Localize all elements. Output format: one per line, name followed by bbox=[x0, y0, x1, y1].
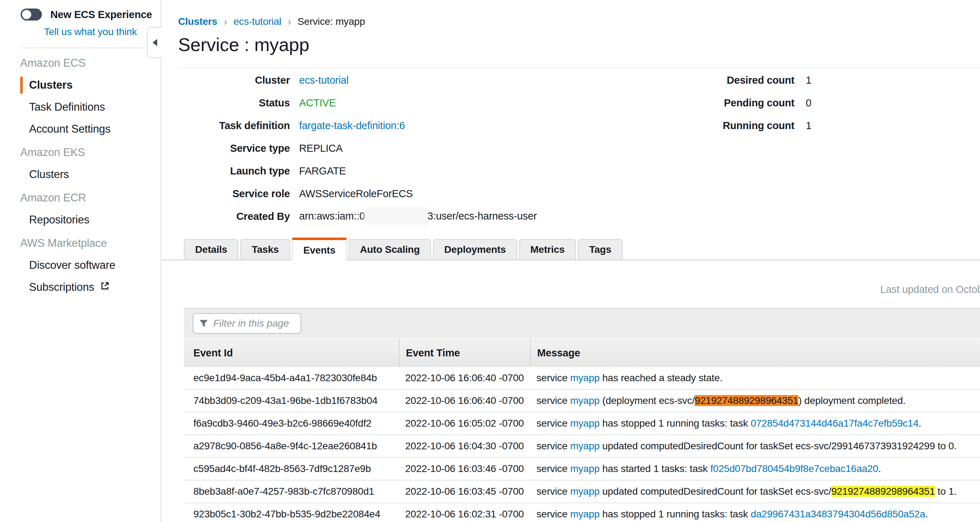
detail-value-service-type: REPLICA bbox=[299, 143, 343, 154]
sidebar-item-label: Clusters bbox=[29, 79, 72, 92]
message-text: service bbox=[536, 463, 570, 474]
message-link[interactable]: myapp bbox=[570, 509, 600, 519]
message-text: has stopped 1 running tasks: task bbox=[600, 509, 751, 519]
event-id-cell: c595ad4c-bf4f-482b-8563-7df9c1287e9b bbox=[184, 463, 399, 474]
detail-label: Status bbox=[178, 97, 290, 109]
event-time-cell: 2022-10-06 16:06:40 -0700 bbox=[399, 395, 530, 406]
message-link[interactable]: 072854d473144d46a17fa4c7efb59c14 bbox=[751, 418, 919, 429]
detail-label: Launch type bbox=[178, 165, 290, 177]
toggle-knob bbox=[22, 10, 31, 19]
detail-label: Service type bbox=[178, 143, 290, 154]
sidebar-item-task-definitions[interactable]: Task Definitions bbox=[29, 98, 161, 116]
event-id-cell: a2978c90-0856-4a8e-9f4c-12eae260841b bbox=[184, 440, 399, 452]
message-link[interactable]: myapp bbox=[570, 440, 600, 451]
search-highlight: 9219274889298964351 bbox=[831, 486, 935, 497]
table-row: 8beb3a8f-a0e7-4257-983b-c7fc870980d12022… bbox=[184, 481, 980, 503]
message-text: ) deployment completed. bbox=[798, 395, 905, 406]
tab-auto-scaling[interactable]: Auto Scaling bbox=[348, 239, 431, 260]
service-details: Clusterecs-tutorialStatusACTIVETask defi… bbox=[178, 69, 537, 228]
breadcrumb-item-ecs-tutorial[interactable]: ecs-tutorial bbox=[234, 16, 282, 27]
event-message-cell: service myapp updated computedDesiredCou… bbox=[530, 486, 980, 497]
sidebar-item-label: Clusters bbox=[29, 168, 69, 181]
service-counts: Desired count1Pending count0Running coun… bbox=[719, 69, 811, 137]
sidebar-item-clusters[interactable]: Clusters bbox=[20, 76, 161, 94]
event-time-cell: 2022-10-06 16:02:31 -0700 bbox=[399, 509, 530, 520]
message-text: has reached a steady state. bbox=[600, 372, 722, 383]
event-time-cell: 2022-10-06 16:06:40 -0700 bbox=[399, 372, 530, 384]
feedback-link[interactable]: Tell us what you think bbox=[44, 26, 137, 38]
message-link[interactable]: myapp bbox=[570, 486, 600, 497]
event-message-cell: service myapp has stopped 1 running task… bbox=[530, 418, 980, 429]
detail-value-status: ACTIVE bbox=[299, 97, 336, 109]
tab-details[interactable]: Details bbox=[184, 239, 239, 260]
tab-tasks[interactable]: Tasks bbox=[240, 239, 290, 260]
message-link[interactable]: da29967431a3483794304d56d850a52a bbox=[751, 509, 925, 519]
message-text: . bbox=[925, 509, 928, 519]
new-ecs-experience-label: New ECS Experience bbox=[50, 9, 152, 21]
detail-row-service-type: Service typeREPLICA bbox=[178, 137, 537, 160]
detail-row-cluster: Clusterecs-tutorial bbox=[178, 69, 537, 92]
external-link-icon bbox=[100, 281, 110, 294]
tab-tags[interactable]: Tags bbox=[578, 239, 622, 260]
message-text: updated computedDesiredCount for taskSet… bbox=[600, 486, 831, 497]
sidebar-item-discover-software[interactable]: Discover software bbox=[29, 257, 161, 274]
new-ecs-experience-row: New ECS Experience bbox=[21, 8, 161, 21]
message-text: . bbox=[919, 418, 921, 429]
message-link[interactable]: myapp bbox=[570, 418, 600, 429]
title-divider bbox=[178, 67, 980, 68]
filter-funnel-icon bbox=[199, 319, 208, 328]
detail-value-service-role: AWSServiceRoleForECS bbox=[299, 188, 413, 200]
detail-value-task-definition[interactable]: fargate-task-definition:6 bbox=[299, 120, 405, 132]
detail-label: Pending count bbox=[719, 97, 794, 109]
sidebar-collapse-button[interactable] bbox=[147, 27, 162, 58]
tab-events[interactable]: Events bbox=[292, 238, 347, 260]
sidebar-item-label: Discover software bbox=[29, 259, 115, 271]
message-link[interactable]: myapp bbox=[570, 372, 600, 383]
events-toolbar bbox=[184, 308, 980, 338]
message-text: service bbox=[536, 440, 570, 451]
breadcrumb-separator-icon: › bbox=[288, 16, 291, 28]
table-row: 923b05c1-30b2-47bb-b535-9d2be22084e42022… bbox=[184, 503, 980, 522]
event-time-cell: 2022-10-06 16:05:02 -0700 bbox=[399, 418, 530, 429]
column-header-message[interactable]: Message bbox=[530, 339, 980, 367]
detail-row-pending-count: Pending count0 bbox=[719, 92, 811, 114]
detail-row-desired-count: Desired count1 bbox=[719, 69, 811, 92]
table-row: f6a9cdb3-9460-49e3-b2c6-98669e40fdf22022… bbox=[184, 413, 980, 435]
page-title: Service : myapp bbox=[178, 34, 309, 56]
redacted-account-id bbox=[366, 209, 427, 223]
message-text: has stopped 1 running tasks: task bbox=[600, 418, 751, 429]
breadcrumb-item-clusters[interactable]: Clusters bbox=[178, 16, 217, 27]
sidebar-item-account-settings[interactable]: Account Settings bbox=[29, 121, 161, 138]
message-text: service bbox=[536, 509, 570, 519]
column-header-event-time[interactable]: Event Time bbox=[399, 339, 530, 367]
tab-metrics[interactable]: Metrics bbox=[519, 239, 576, 260]
detail-value-launch-type: FARGATE bbox=[299, 165, 346, 177]
main-content: Clusters›ecs-tutorial›Service: myapp Ser… bbox=[162, 0, 980, 522]
event-message-cell: service myapp has stopped 1 running task… bbox=[530, 509, 980, 520]
sidebar-item-clusters[interactable]: Clusters bbox=[29, 166, 161, 183]
sidebar-item-subscriptions[interactable]: Subscriptions bbox=[29, 279, 161, 296]
message-link[interactable]: f025d07bd780454b9f8e7cebac16aa20 bbox=[710, 463, 878, 474]
search-highlight: 9219274889298964351 bbox=[695, 395, 798, 406]
events-table-header: Event IdEvent TimeMessage bbox=[184, 338, 980, 367]
sidebar-section-amazon-eks: Amazon EKS bbox=[20, 144, 161, 161]
detail-row-running-count: Running count1 bbox=[719, 114, 811, 137]
detail-row-created-by: Created Byarn:aws:iam::03:user/ecs-harne… bbox=[178, 205, 537, 228]
tab-deployments[interactable]: Deployments bbox=[433, 239, 517, 260]
detail-value-cluster[interactable]: ecs-tutorial bbox=[299, 75, 348, 86]
message-text: to 1. bbox=[935, 486, 956, 497]
sidebar-item-label: Task Definitions bbox=[29, 101, 105, 113]
message-text: service bbox=[536, 395, 570, 406]
sidebar: New ECS Experience Tell us what you thin… bbox=[0, 0, 161, 522]
column-header-event-id[interactable]: Event Id bbox=[184, 339, 399, 367]
detail-value-running-count: 1 bbox=[806, 120, 811, 132]
breadcrumb-item-service-myapp: Service: myapp bbox=[298, 16, 365, 27]
filter-input[interactable] bbox=[213, 317, 295, 330]
message-link[interactable]: myapp bbox=[570, 395, 600, 406]
detail-label: Cluster bbox=[178, 75, 290, 86]
message-link[interactable]: myapp bbox=[570, 463, 600, 474]
detail-label: Service role bbox=[178, 188, 290, 200]
filter-box[interactable] bbox=[192, 313, 301, 334]
new-ecs-experience-toggle[interactable] bbox=[21, 8, 42, 21]
sidebar-item-repositories[interactable]: Repositories bbox=[29, 211, 161, 228]
